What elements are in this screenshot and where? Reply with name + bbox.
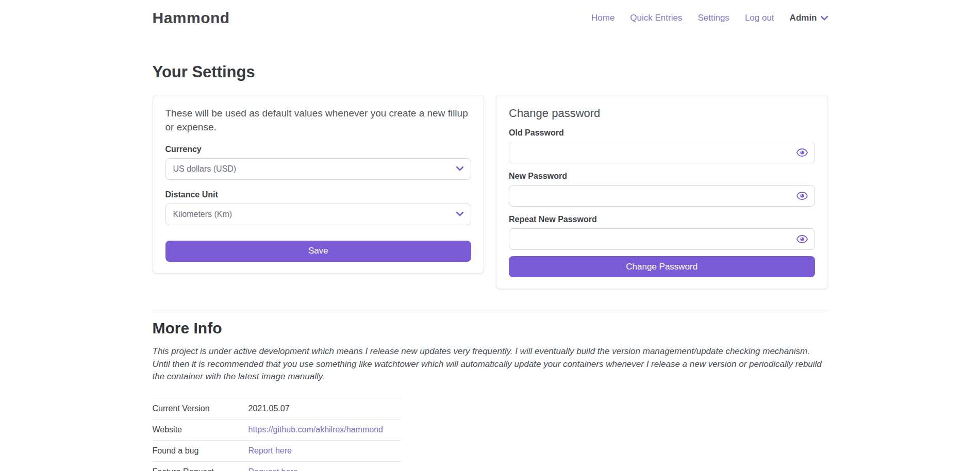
- save-button[interactable]: Save: [165, 241, 472, 262]
- new-password-label: New Password: [509, 172, 815, 181]
- change-password-card: Change password Old Password New Passwor…: [496, 95, 828, 289]
- old-password-field-wrap: [509, 142, 815, 163]
- change-password-title: Change password: [509, 107, 815, 120]
- section-divider: [153, 312, 828, 312]
- more-info-table: Current Version 2021.05.07 Website https…: [153, 398, 401, 471]
- info-label: Current Version: [153, 398, 248, 419]
- repeat-new-password-label: Repeat New Password: [509, 215, 815, 224]
- development-note: This project is under active development…: [153, 345, 828, 383]
- nav-link-settings[interactable]: Settings: [697, 13, 729, 23]
- default-values-card: These will be used as default values whe…: [153, 95, 485, 274]
- repeat-new-password-field-wrap: [509, 228, 815, 250]
- website-link[interactable]: https://github.com/akhilrex/hammond: [248, 425, 383, 434]
- table-row: Found a bug Report here: [153, 440, 401, 461]
- brand-logo[interactable]: Hammond: [153, 9, 230, 27]
- info-label: Website: [153, 419, 248, 440]
- new-password-input[interactable]: [509, 185, 815, 207]
- report-bug-link[interactable]: Report here: [248, 446, 292, 455]
- table-row: Website https://github.com/akhilrex/hamm…: [153, 419, 401, 440]
- chevron-down-icon: [456, 212, 463, 216]
- user-menu[interactable]: Admin: [790, 13, 828, 23]
- eye-icon: [796, 194, 808, 201]
- more-info-title: More Info: [153, 319, 828, 337]
- toggle-old-password-visibility-button[interactable]: [794, 147, 810, 158]
- repeat-new-password-input[interactable]: [509, 228, 815, 250]
- info-label: Found a bug: [153, 440, 248, 461]
- top-navbar: Hammond Home Quick Entries Settings Log …: [153, 0, 828, 36]
- toggle-new-password-visibility-button[interactable]: [794, 191, 810, 201]
- distance-unit-select-value: Kilometers (Km): [173, 210, 232, 219]
- feature-request-link[interactable]: Request here: [248, 467, 298, 471]
- nav-link-home[interactable]: Home: [591, 13, 614, 23]
- nav-link-quick-entries[interactable]: Quick Entries: [630, 13, 682, 23]
- new-password-field-wrap: [509, 185, 815, 207]
- distance-unit-select[interactable]: Kilometers (Km): [165, 204, 472, 225]
- info-value: 2021.05.07: [248, 398, 401, 419]
- eye-icon: [796, 150, 808, 158]
- chevron-down-icon: [456, 166, 463, 171]
- old-password-input[interactable]: [509, 142, 815, 163]
- toggle-repeat-new-password-visibility-button[interactable]: [794, 234, 810, 244]
- currency-label: Currency: [165, 145, 472, 154]
- old-password-label: Old Password: [509, 128, 815, 138]
- eye-icon: [796, 237, 808, 245]
- user-menu-label: Admin: [790, 13, 817, 23]
- distance-unit-label: Distance Unit: [165, 190, 472, 199]
- table-row: Feature Request Request here: [153, 461, 401, 471]
- page-title: Your Settings: [153, 63, 828, 81]
- change-password-button[interactable]: Change Password: [509, 256, 815, 277]
- currency-select[interactable]: US dollars (USD): [165, 158, 472, 180]
- table-row: Current Version 2021.05.07: [153, 398, 401, 419]
- chevron-down-icon: [821, 16, 828, 21]
- currency-select-value: US dollars (USD): [173, 164, 237, 174]
- nav-links: Home Quick Entries Settings Log out Admi…: [591, 13, 828, 23]
- defaults-description: These will be used as default values whe…: [165, 107, 472, 134]
- settings-cards-row: These will be used as default values whe…: [153, 95, 828, 289]
- nav-link-logout[interactable]: Log out: [745, 13, 774, 23]
- info-label: Feature Request: [153, 461, 248, 471]
